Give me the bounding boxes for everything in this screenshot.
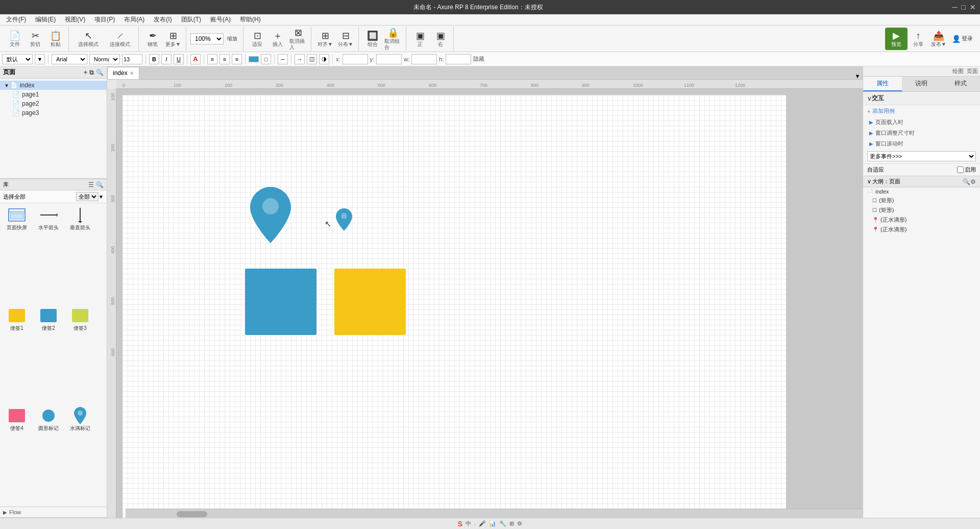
lock-button[interactable]: 🔒 取消组合 (383, 28, 403, 50)
select-dropdown-icon[interactable]: ▼ (99, 194, 104, 200)
lib-item-water-mark[interactable]: 水滴标记 (65, 406, 95, 504)
flow-section[interactable]: ▶ Flow (0, 507, 107, 517)
font-style-select[interactable]: Normal (89, 54, 120, 64)
shape-large-pin[interactable] (250, 187, 291, 243)
fit-button[interactable]: ⊡ 适应 (248, 28, 267, 50)
shape-small-pin[interactable] (336, 208, 352, 231)
page-item-page3[interactable]: 📄 page3 (0, 108, 107, 117)
font-size-input[interactable] (122, 54, 142, 64)
pen-button[interactable]: ✒ 钢笔 (143, 28, 162, 50)
interaction-item-window-resize[interactable]: ▶ 窗口调整尺寸时 (863, 128, 980, 138)
connect-mode-button[interactable]: ⟋ 连接模式 (105, 28, 135, 50)
w-input[interactable] (411, 54, 437, 64)
interaction-collapse-icon[interactable]: ∨ (867, 95, 872, 102)
publish-button[interactable]: 📤 发布▼ (929, 28, 948, 50)
share-button[interactable]: ↑ 分享 (909, 28, 928, 50)
interaction-item-window-scroll[interactable]: ▶ 窗口滚动时 (863, 138, 980, 149)
outline-item-pin1[interactable]: 📍 (正水滴形) (863, 215, 980, 225)
restore-button[interactable]: □ (962, 3, 966, 11)
shape-blue-rect[interactable] (245, 269, 316, 335)
cancel-insert-button[interactable]: ⊠ 取消插入 (288, 28, 308, 50)
outline-filter-icon[interactable]: 🔍 (963, 178, 970, 185)
outline-settings-icon[interactable]: ⚙ (970, 178, 976, 185)
right-view-design-label[interactable]: 绘图 (952, 67, 964, 75)
lib-item-tag1[interactable]: 便签1 (2, 306, 32, 404)
outline-item-rect1[interactable]: ☐ (矩形) (863, 196, 980, 205)
library-sort-icon[interactable]: ☰ (88, 181, 94, 188)
lib-item-page-flow[interactable]: 页面快屏 (2, 205, 32, 304)
page-item-page2[interactable]: 📄 page2 (0, 99, 107, 108)
bold-button[interactable]: B (149, 54, 159, 64)
select-mode-button[interactable]: ↖ 选择模式 (73, 28, 104, 50)
flow-collapse-icon[interactable]: ▶ (3, 510, 7, 515)
h-scrollbar[interactable] (126, 509, 863, 519)
menu-item-e[interactable]: 编辑(E) (31, 14, 60, 25)
minimize-button[interactable]: ─ (952, 3, 958, 11)
cut-button[interactable]: ✂ 剪切 (26, 28, 45, 50)
arrow-style-button[interactable]: → (295, 54, 305, 64)
menu-item-p[interactable]: 项目(P) (90, 14, 119, 25)
menu-item-a[interactable]: 布局(A) (120, 14, 149, 25)
right-view-page-label[interactable]: 页面 (967, 67, 978, 75)
login-button[interactable]: 👤 登录 (949, 28, 975, 50)
canvas-inner[interactable]: ↖ (122, 95, 786, 519)
lib-item-tag4[interactable]: 便签4 (2, 406, 32, 504)
font-select[interactable]: Arial (52, 54, 87, 64)
zoom-select[interactable]: 100% 50% 75% 150% (190, 33, 224, 44)
group-button[interactable]: 🔲 组合 (363, 28, 382, 50)
menu-item-t[interactable]: 团队(T) (177, 14, 205, 25)
new-button[interactable]: 📄 文件 (5, 28, 24, 50)
pages-search-icon[interactable]: 🔍 (96, 69, 104, 76)
lib-item-h-arrow[interactable]: 水平箭头 (34, 205, 63, 304)
outline-item-pin2[interactable]: 📍 (正水滴形) (863, 225, 980, 234)
x-input[interactable] (342, 54, 368, 64)
shadow-button[interactable]: ◫ (307, 54, 317, 64)
style-select[interactable]: 默认 (2, 54, 33, 64)
border-color-button[interactable]: □ (261, 54, 271, 64)
lib-item-v-arrow[interactable]: 垂直箭头 (65, 205, 95, 304)
insert-button[interactable]: ＋ 插入 (268, 28, 287, 50)
outline-collapse-icon[interactable]: ∨ (867, 178, 871, 185)
paste-button[interactable]: 📋 粘贴 (46, 28, 65, 50)
align-right-button[interactable]: ≡ (232, 54, 242, 64)
more-events-select[interactable]: 更多事件>>> (867, 151, 976, 161)
fill-color-button[interactable] (249, 56, 259, 62)
style-manage-button[interactable]: ▼ (35, 54, 45, 64)
layer-top-button[interactable]: ▣ 正 (410, 28, 430, 50)
index-expand-icon[interactable]: ▼ (4, 83, 9, 88)
lib-item-tag2[interactable]: 便签2 (34, 306, 63, 404)
menu-item-i[interactable]: 发布(I) (150, 14, 176, 25)
y-input[interactable] (376, 54, 402, 64)
preview-button[interactable]: ▶ 预览 (885, 28, 908, 50)
lib-item-circle-mark[interactable]: 圆形标记 (34, 406, 63, 504)
distribute-button[interactable]: ⊟ 分布▼ (336, 28, 355, 50)
opacity-button[interactable]: ◑ (319, 54, 329, 64)
enable-checkbox[interactable] (957, 166, 964, 173)
align-button[interactable]: ⊞ 对齐▼ (315, 28, 335, 50)
lib-item-tag3[interactable]: 便签3 (65, 306, 95, 404)
italic-button[interactable]: I (161, 54, 172, 64)
tab-scroll-button[interactable]: ▼ (852, 73, 863, 79)
font-color-button[interactable]: A (190, 54, 201, 64)
outline-item-rect2[interactable]: ☐ (矩形) (863, 205, 980, 215)
align-center-button[interactable]: ≡ (219, 54, 230, 64)
tab-index[interactable]: index ✕ (107, 67, 139, 79)
outline-item-index[interactable]: 📄 index (863, 187, 980, 196)
line-style-button[interactable]: ─ (278, 54, 288, 64)
menu-item-a[interactable]: 账号(A) (206, 14, 235, 25)
h-input[interactable] (446, 54, 471, 64)
right-tab-properties[interactable]: 属性 (863, 77, 902, 91)
menu-item-h[interactable]: 帮助(H) (236, 14, 265, 25)
layer-bottom-button[interactable]: ▣ 右 (431, 28, 450, 50)
align-left-button[interactable]: ≡ (207, 54, 217, 64)
shape-yellow-rect[interactable] (334, 269, 406, 335)
more-shapes-button[interactable]: ⊞ 更多▼ (163, 28, 183, 50)
window-controls[interactable]: ─ □ ✕ (952, 3, 976, 11)
menu-item-v[interactable]: 视图(V) (61, 14, 89, 25)
page-item-index[interactable]: ▼ 📄 index (0, 81, 107, 90)
right-tab-style[interactable]: 样式 (941, 77, 980, 91)
h-scrollbar-thumb[interactable] (177, 511, 207, 517)
close-button[interactable]: ✕ (970, 3, 976, 11)
add-event-button[interactable]: + 添加用例 (863, 105, 980, 117)
canvas[interactable]: ↖ (116, 89, 863, 519)
